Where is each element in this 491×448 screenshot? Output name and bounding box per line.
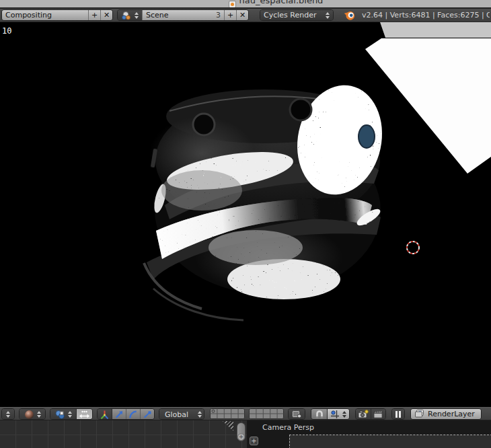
rotate-manipulator-button[interactable] (126, 409, 140, 420)
shading-sphere-icon (24, 410, 34, 420)
snap-element-dropdown[interactable] (327, 409, 349, 420)
engine-dropdown-arrows (326, 12, 330, 19)
axis-tripod-icon (100, 410, 110, 420)
timeline-editor[interactable]: + (0, 420, 248, 448)
snap-element-icon (330, 410, 340, 419)
clapperboard-icon (373, 410, 383, 419)
camera-frame-border (289, 435, 491, 448)
render-viewport[interactable]: 10 (0, 22, 491, 407)
snap-element-arrows (342, 411, 346, 418)
render-engine-value: Cycles Render (264, 11, 316, 20)
shading-arrows (37, 411, 41, 418)
layer-buttons-group1[interactable] (210, 408, 245, 419)
region-expand-button[interactable]: + (250, 437, 258, 445)
blender-logo-icon (343, 9, 355, 21)
screen-layout-value: Compositing (5, 11, 52, 20)
render-layer-value: RenderLayer (428, 410, 475, 418)
snap-toggle-button[interactable] (311, 409, 327, 420)
scale-manipulator-button[interactable] (140, 409, 154, 420)
view3d-editor[interactable]: Camera Persp + (248, 420, 491, 448)
render-layers-icon (414, 409, 425, 418)
light-plane-edge (380, 22, 491, 38)
plus-icon: + (227, 11, 233, 20)
orientation-dropdown[interactable]: Global (159, 409, 204, 420)
scale-square-icon (143, 410, 152, 420)
pause-render-button[interactable] (392, 409, 404, 420)
orientation-value: Global (161, 410, 190, 419)
manipulator-axes-button[interactable] (98, 409, 112, 420)
translate-manipulator-button[interactable] (112, 409, 126, 420)
screen-layout-field[interactable]: Compositing (2, 10, 88, 20)
plus-icon: + (91, 11, 98, 20)
manipulator-toggle-button[interactable] (76, 409, 92, 420)
render-camera-icon (358, 410, 369, 419)
scene-statistics: v2.64 | Verts:6481 | Faces:6275 | O (362, 11, 490, 20)
magnet-icon (315, 410, 324, 419)
manipulator-icon (79, 410, 90, 420)
scene-close-button[interactable]: ✕ (236, 10, 248, 20)
area-corner-handle[interactable] (223, 421, 233, 431)
scene-lock-button[interactable] (289, 409, 305, 420)
rendered-image (0, 22, 491, 407)
layer-buttons-group2[interactable] (249, 408, 284, 419)
blend-file-icon (229, 1, 236, 8)
render-engine-selector[interactable]: Cycles Render (260, 9, 334, 21)
pivot-icon (55, 410, 65, 420)
editor-type-arrows (6, 411, 10, 418)
editor-type-button[interactable] (2, 409, 14, 420)
scene-browse-button[interactable] (118, 10, 142, 20)
orientation-arrows (198, 411, 202, 418)
pivot-arrows (68, 411, 72, 418)
scene-icon (121, 11, 132, 20)
window-titlebar: nau_espacial.blend (0, 0, 491, 9)
render-still-button[interactable] (356, 409, 371, 420)
plus-icon[interactable]: + (237, 433, 245, 441)
screen-lock-icon (291, 410, 302, 419)
viewport-shading-dropdown[interactable] (20, 409, 45, 420)
pause-icon (395, 410, 402, 418)
timeline-scrollbar[interactable]: + (237, 422, 245, 441)
screen-layout-close-button[interactable]: ✕ (100, 10, 112, 20)
bottom-editors: + Camera Persp + (0, 420, 491, 448)
screen-layout-selector: Compositing + ✕ (1, 9, 113, 21)
scene-users-count[interactable]: 3 (216, 11, 221, 20)
render-animation-button[interactable] (371, 409, 385, 420)
render-layer-selector[interactable]: RenderLayer (410, 408, 482, 420)
slot-label: 10 (2, 26, 11, 36)
scene-name-value: Scene (146, 11, 169, 20)
window-title: nau_espacial.blend (239, 0, 324, 5)
info-header: Compositing + ✕ Scene 3 + ✕ (0, 9, 491, 22)
screen-layout-add-button[interactable]: + (88, 10, 100, 20)
scene-selector: Scene 3 + ✕ (117, 9, 249, 21)
plus-icon: + (251, 437, 256, 445)
close-icon: ✕ (239, 11, 245, 20)
scene-browse-arrows (135, 12, 139, 19)
rotate-arc-icon (128, 410, 138, 420)
scene-add-button[interactable]: + (224, 10, 236, 20)
pivot-point-dropdown[interactable] (50, 409, 76, 420)
view3d-header: Global (0, 407, 491, 420)
close-icon: ✕ (104, 11, 110, 20)
scene-name-field[interactable]: Scene 3 (142, 10, 224, 20)
translate-arrow-icon (114, 410, 124, 420)
view-name-label: Camera Persp (262, 423, 314, 432)
